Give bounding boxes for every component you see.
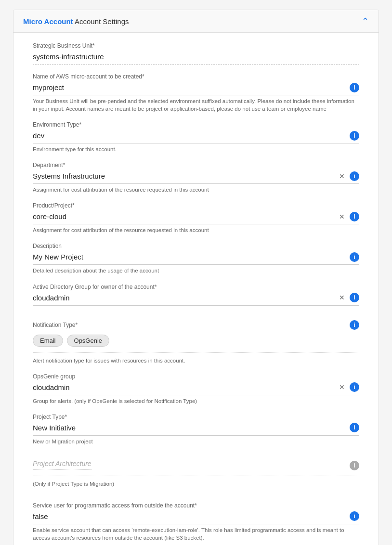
- aws-account-name-group: Name of AWS micro-account to be created*…: [33, 73, 359, 113]
- project-architecture-hint: (Only if Project Type is Migration): [33, 480, 359, 488]
- project-type-value: New Initiative i: [33, 422, 359, 436]
- opsgenie-clear-icon[interactable]: ✕: [339, 383, 345, 391]
- aws-account-name-value: myproject i: [33, 82, 359, 95]
- notification-type-group: Notification Type* i Email OpsGenie Aler…: [33, 320, 359, 364]
- description-label: Description: [33, 243, 359, 249]
- settings-title: Account Settings: [75, 17, 129, 26]
- notification-type-label: Notification Type*: [33, 322, 78, 328]
- department-group: Department* Systems Infrastructure ✕ i A…: [33, 162, 359, 194]
- brand-name: Micro Account: [23, 17, 73, 26]
- project-architecture-info-icon[interactable]: i: [350, 461, 359, 470]
- project-type-group: Project Type* New Initiative i New or Mi…: [33, 414, 359, 445]
- strategic-business-unit-label: Strategic Business Unit*: [33, 42, 359, 49]
- card-body: Strategic Business Unit* systems-infrast…: [13, 33, 379, 545]
- opsgenie-group-group: OpsGenie group cloudadmin ✕ i Group for …: [33, 373, 359, 405]
- aws-account-name-label: Name of AWS micro-account to be created*: [33, 73, 359, 80]
- department-value: Systems Infrastructure ✕ i: [33, 170, 359, 184]
- project-type-hint: New or Migration project: [33, 438, 359, 445]
- collapse-icon[interactable]: ⌃: [362, 16, 369, 26]
- project-type-info-icon[interactable]: i: [350, 423, 359, 432]
- active-directory-group-value: cloudadmin ✕ i: [33, 292, 359, 306]
- project-architecture-group: Project Architecture i (Only if Project …: [33, 460, 359, 488]
- opsgenie-group-label: OpsGenie group: [33, 373, 359, 380]
- aws-account-name-hint: Your Business Unit will be pre-pended an…: [33, 97, 359, 113]
- service-user-value: false i: [33, 511, 359, 524]
- opsgenie-group-value: cloudadmin ✕ i: [33, 382, 359, 395]
- product-project-info-icon[interactable]: i: [350, 212, 359, 221]
- tag-opsgenie[interactable]: OpsGenie: [67, 335, 110, 347]
- product-project-value: core-cloud ✕ i: [33, 211, 359, 224]
- service-user-info-icon[interactable]: i: [350, 511, 359, 521]
- active-directory-info-icon[interactable]: i: [350, 293, 359, 302]
- notification-type-tags: Email OpsGenie: [33, 333, 359, 349]
- product-project-hint: Assignment for cost attribution of the r…: [33, 226, 359, 234]
- notification-type-info-icon[interactable]: i: [350, 320, 359, 330]
- service-user-label: Service user for programmatic access fro…: [33, 502, 359, 509]
- card-header: Micro Account Account Settings ⌃: [13, 10, 379, 33]
- product-project-clear-icon[interactable]: ✕: [339, 213, 345, 221]
- department-hint: Assignment for cost attribution of the r…: [33, 186, 359, 194]
- project-architecture-title: Project Architecture: [33, 460, 91, 470]
- service-user-hint: Enable service account that can access '…: [33, 526, 359, 542]
- environment-type-value: dev i: [33, 130, 359, 143]
- product-project-group: Product/Project* core-cloud ✕ i Assignme…: [33, 202, 359, 234]
- opsgenie-info-icon[interactable]: i: [350, 382, 359, 392]
- department-label: Department*: [33, 162, 359, 169]
- account-settings-card: Micro Account Account Settings ⌃ Strateg…: [13, 10, 379, 545]
- description-value: My New Project i: [33, 251, 359, 265]
- environment-type-group: Environment Type* dev i Environment type…: [33, 121, 359, 153]
- environment-type-info-icon[interactable]: i: [350, 131, 359, 141]
- department-clear-icon[interactable]: ✕: [339, 172, 345, 180]
- service-user-group: Service user for programmatic access fro…: [33, 502, 359, 542]
- notification-type-hint: Alert notification type for issues with …: [33, 357, 359, 364]
- active-directory-clear-icon[interactable]: ✕: [339, 294, 345, 301]
- card-title: Micro Account Account Settings: [23, 17, 129, 26]
- strategic-business-unit-value: systems-infrastructure: [33, 51, 359, 65]
- environment-type-hint: Environment type for this account.: [33, 145, 359, 153]
- active-directory-group-group: Active Directory Group for owner of the …: [33, 284, 359, 306]
- strategic-business-unit-group: Strategic Business Unit* systems-infrast…: [33, 42, 359, 65]
- description-group: Description My New Project i Detailed de…: [33, 243, 359, 274]
- department-info-icon[interactable]: i: [350, 171, 359, 181]
- aws-account-name-info-icon[interactable]: i: [350, 83, 359, 92]
- project-type-label: Project Type*: [33, 414, 359, 420]
- environment-type-label: Environment Type*: [33, 121, 359, 128]
- description-info-icon[interactable]: i: [350, 252, 359, 262]
- description-hint: Detailed description about the usage of …: [33, 267, 359, 274]
- opsgenie-group-hint: Group for alerts. (only if OpsGenie is s…: [33, 397, 359, 405]
- active-directory-group-label: Active Directory Group for owner of the …: [33, 284, 359, 290]
- product-project-label: Product/Project*: [33, 202, 359, 209]
- tag-email[interactable]: Email: [33, 335, 63, 347]
